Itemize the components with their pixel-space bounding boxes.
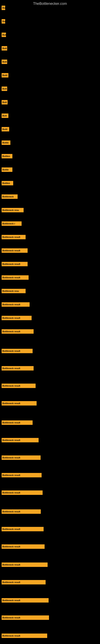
bar-item: Bottleneck result [1, 384, 36, 388]
bar-label: Bottleneck result [1, 235, 26, 239]
bar-label: Bottlen [1, 181, 13, 185]
bar-label: Bottleneck result [1, 509, 41, 514]
bar-label: Bottleneck result [1, 349, 33, 353]
bar-label: Bottl [1, 127, 9, 132]
bar-item: Bott [1, 46, 7, 50]
bar-label: Bott [1, 60, 7, 64]
bar-label: Bottleneck resu [1, 208, 24, 212]
bar-label: Bottleneck result [1, 473, 42, 477]
bar-item: Bottlen [1, 181, 13, 185]
bar-label: Bottleneck result [1, 248, 28, 253]
bar-label: Bottleneck result [1, 634, 47, 638]
bar-label: Bottle [1, 140, 10, 145]
bar-item: Bottleneck [1, 194, 18, 199]
bar-item: Bottl [1, 127, 9, 132]
bar-item: Bottleneck result [1, 456, 41, 460]
bar-label: Bottl [1, 73, 8, 78]
bar-label: Bottleneck result [1, 490, 43, 495]
bar-item: Bottleneck result [1, 275, 29, 280]
bar-item: Bottleneck result [1, 302, 30, 307]
bar-item: Bo [1, 19, 5, 24]
bar-item: Bottleneck result [1, 634, 47, 638]
bar-label: Bo [1, 19, 5, 24]
bar-item: Bott [1, 100, 8, 104]
bar-label: Bott [1, 46, 7, 50]
bar-item: Bottleneck result [1, 349, 33, 353]
bar-item: Bott [1, 32, 6, 37]
bar-label: Bottleneck result [1, 527, 44, 531]
bar-label: Bottleneck [1, 194, 18, 199]
bar-item: Bottl [1, 73, 8, 78]
bar-item: Bottleneck result [1, 580, 46, 584]
bar-label: Bottleneck result [1, 275, 29, 280]
bar-item: Bottleneck result [1, 509, 41, 514]
bar-label: Bottleneck result [1, 456, 41, 460]
bar-item: Bottleneck resu [1, 208, 24, 212]
bar-item: Bottleneck result [1, 401, 37, 406]
bar-label: Bottleneck result [1, 544, 45, 549]
bar-label: Bott [1, 114, 8, 118]
bar-label: Bottleneck result [1, 598, 49, 602]
bar-label: Bottleneck result [1, 438, 39, 442]
bar-label: Bottleneck result [1, 580, 46, 584]
bar-item: Bottleneck result [1, 248, 28, 253]
bar-label: Bottleneck result [1, 262, 28, 266]
bar-item: Bottleneck result [1, 420, 33, 425]
bar-label: Bottleneck result [1, 329, 34, 334]
bar-label: Bottleneck result [1, 316, 32, 320]
bar-label: Bott [1, 32, 6, 37]
bar-label: Bottleneck result [1, 384, 36, 388]
bar-label: Bottle [1, 168, 12, 172]
bar-item: Bottleneck result [1, 616, 49, 620]
bar-item: Bottleneck result [1, 473, 42, 477]
bar-label: Bottleneck result [1, 401, 37, 406]
bar-label: Bottleneck result [1, 302, 30, 307]
bar-item: Bottleneck result [1, 235, 26, 239]
bar-label: Bo [1, 6, 5, 10]
bar-item: Bottleneck result [1, 490, 43, 495]
bar-label: Bottleneck result [1, 366, 34, 370]
bar-item: Bo [1, 6, 5, 10]
bar-item: Bott [1, 114, 8, 118]
bar-item: Bott [1, 60, 7, 64]
bar-label: Bottleneck result [1, 562, 48, 567]
bar-label: Bottleneck resu [1, 289, 26, 293]
bar-item: Bottleneck result [1, 598, 49, 602]
bar-item: Bottlen [1, 154, 12, 158]
bar-item: Bottleneck result [1, 366, 34, 370]
bar-item: Bottleneck result [1, 562, 48, 567]
bar-label: Bott [1, 86, 7, 91]
bar-item: Bottleneck resu [1, 289, 26, 293]
bar-item: Bottleneck result [1, 329, 34, 334]
bar-item: Bottleneck result [1, 262, 28, 266]
bar-item: Bottle [1, 168, 12, 172]
bar-label: Bottleneck result [1, 616, 49, 620]
bar-item: Bottleneck result [1, 316, 32, 320]
bar-item: Bottleneck result [1, 438, 39, 442]
site-title: TheBottlenecker.com [0, 0, 100, 8]
bar-item: Bottle [1, 140, 10, 145]
bar-item: Bottleneck result [1, 527, 44, 531]
bar-label: Bottleneck result [1, 420, 33, 425]
bar-item: Bott [1, 86, 7, 91]
bar-label: Bottleneck r [1, 222, 22, 226]
bar-label: Bottlen [1, 154, 12, 158]
bar-label: Bott [1, 100, 8, 104]
bar-item: Bottleneck r [1, 222, 22, 226]
bar-item: Bottleneck result [1, 544, 45, 549]
